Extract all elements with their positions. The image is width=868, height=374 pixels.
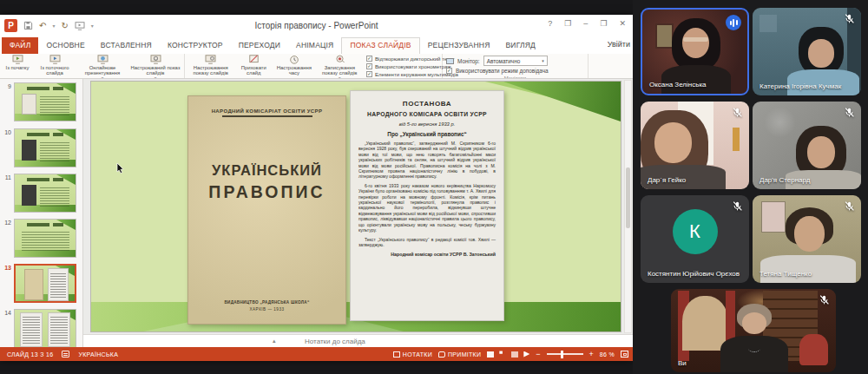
thumbnail-slide-10[interactable]: 10 <box>3 128 76 167</box>
decree-date: від 5-го вересня 1933 р. <box>358 121 496 127</box>
tab-view[interactable]: ВИГЛЯД <box>497 37 543 54</box>
save-icon[interactable] <box>23 21 33 30</box>
notes-toggle-button[interactable]: НОТАТКИ <box>393 351 432 358</box>
editor-scrollbar[interactable] <box>624 80 632 333</box>
zoom-slider-thumb[interactable] <box>561 351 563 358</box>
checkbox-use-timings[interactable]: ✓ Використовувати хронометраж <box>366 63 437 69</box>
redo-icon[interactable]: ↻ <box>61 22 68 30</box>
participant-tile-kostiantyn[interactable]: К Костянтин Юрійович Орєхов <box>641 195 749 283</box>
fit-slide-to-window-icon[interactable] <box>621 351 628 358</box>
monitor-dropdown-icon: ▾ <box>542 59 544 63</box>
notes-placeholder[interactable]: Нотатки до слайда <box>305 338 365 345</box>
participant-tile-darya-heiko[interactable]: Дар`я Гейко <box>641 102 749 189</box>
checkbox-checked-icon: ✓ <box>366 56 372 62</box>
participant-tile-self[interactable]: Ви <box>671 289 836 372</box>
setup-slideshow-button[interactable]: Настроювання показу слайдів <box>187 55 234 76</box>
zoom-percentage[interactable]: 86 % <box>600 351 615 358</box>
slide-editor-area[interactable]: НАРОДНИЙ КОМІСАРІАТ ОСВІТИ УСРР УКРАЇНСЬ… <box>83 79 633 334</box>
participant-tile-tetiana[interactable]: Тетяна Тищенко <box>753 195 861 283</box>
proofing-icon[interactable] <box>62 351 69 358</box>
close-icon[interactable]: ✕ <box>619 19 626 28</box>
custom-slideshow-button[interactable]: Настроюваний показ слайдів ▾ <box>128 55 182 79</box>
participant-name: Оксана Зелінська <box>649 81 707 89</box>
tab-slideshow[interactable]: ПОКАЗ СЛАЙДІВ <box>341 37 419 54</box>
from-beginning-button[interactable]: Із початку <box>2 55 33 70</box>
undo-icon[interactable]: ↶ <box>39 22 46 30</box>
comments-toggle-button[interactable]: ПРИМІТКИ <box>438 351 481 358</box>
checkbox-media-controls[interactable]: ✓ Елементи керування мультимедіа <box>366 71 437 77</box>
setup-checkboxes: ✓ Відтворювати дикторський текст ✓ Викор… <box>364 55 440 77</box>
tab-transitions[interactable]: ПЕРЕХОДИ <box>231 37 288 54</box>
from-current-slide-button[interactable]: Із поточного слайда <box>33 55 76 76</box>
thumbnail-slide-12[interactable]: 12 <box>3 219 76 258</box>
start-slideshow-icon[interactable] <box>75 22 85 30</box>
rehearse-timings-button[interactable]: Настроювання часу <box>273 55 316 76</box>
reading-view-icon[interactable] <box>511 351 518 358</box>
tab-home[interactable]: ОСНОВНЕ <box>38 37 92 54</box>
tab-design[interactable]: КОНСТРУКТОР <box>160 37 231 54</box>
scrollbar-thumb[interactable] <box>626 167 630 228</box>
thumbnail-slide-9[interactable]: 9 <box>3 82 76 121</box>
notes-collapse-icon[interactable]: ▴ <box>273 338 276 344</box>
tab-file[interactable]: ФАЙЛ <box>2 37 38 54</box>
restore-icon[interactable]: ❐ <box>600 19 607 28</box>
decree-document-image[interactable]: ПОСТАНОВА НАРОДНОГО КОМІСАРА ОСВІТИ УСРР… <box>350 90 504 321</box>
monitor-select[interactable]: Автоматично ▾ <box>483 56 548 66</box>
zoom-in-button[interactable]: + <box>589 351 594 358</box>
muted-mic-icon <box>844 107 855 118</box>
book-publisher: НАРОДНИЙ КОМІСАРІАТ ОСВІТИ УСРР <box>188 108 345 114</box>
decree-signature: Народний комісар освіти УСРР В. Затонськ… <box>358 252 496 257</box>
muted-mic-icon <box>844 200 855 212</box>
participant-name: Дар'я Стернард <box>760 176 810 184</box>
thumbnail-number: 12 <box>3 219 11 258</box>
sign-in-link[interactable]: Увійти <box>608 40 630 49</box>
undo-dropdown-icon[interactable]: ▾ <box>52 23 55 29</box>
decree-subheading: НАРОДНОГО КОМІСАРА ОСВІТИ УСРР <box>358 111 496 117</box>
decree-paragraph: „Український правопис“, затверджений М. … <box>358 141 496 180</box>
record-slideshow-button[interactable]: Записування показу слайдів ▾ <box>316 55 364 79</box>
decree-heading: ПОСТАНОВА <box>358 100 496 108</box>
thumbnail-slide-11[interactable]: 11 <box>3 174 76 213</box>
zoom-slider[interactable] <box>547 353 583 355</box>
avatar: К <box>673 209 718 254</box>
checkbox-play-narrations[interactable]: ✓ Відтворювати дикторський текст <box>366 56 437 62</box>
minimize-icon[interactable]: – <box>583 19 588 28</box>
current-slide[interactable]: НАРОДНИЙ КОМІСАРІАТ ОСВІТИ УСРР УКРАЇНСЬ… <box>90 81 621 332</box>
ribbon-options-icon[interactable]: ❐ <box>564 19 571 28</box>
slide-thumbnail-panel[interactable]: 9 10 11 12 13 <box>0 79 83 347</box>
book-cover-image[interactable]: НАРОДНИЙ КОМІСАРІАТ ОСВІТИ УСРР УКРАЇНСЬ… <box>187 95 346 325</box>
tab-insert[interactable]: ВСТАВЛЕННЯ <box>93 37 160 54</box>
thumbnail-number: 9 <box>3 82 11 121</box>
tab-animations[interactable]: АНІМАЦІЯ <box>288 37 341 54</box>
help-icon[interactable]: ? <box>548 19 552 28</box>
thumbnail-slide-14[interactable]: 14 <box>3 309 76 347</box>
present-online-button[interactable]: Онлайнове презентування ▾ <box>76 55 128 79</box>
language-indicator[interactable]: УКРАЇНСЬКА <box>78 351 118 358</box>
checkbox-checked-icon: ✓ <box>366 63 372 69</box>
window-title: Історія правопису - PowerPoint <box>104 21 529 30</box>
slide-sorter-view-icon[interactable] <box>499 351 506 358</box>
zoom-out-button[interactable]: − <box>536 351 540 358</box>
thumbnail-slide-13-selected[interactable]: 13 <box>3 264 76 303</box>
checkbox-checked-icon: ✓ <box>446 68 452 74</box>
screen: P ↶ ▾ ↻ ▾ Історія правопису - PowerPoint <box>0 0 868 374</box>
hide-slide-button[interactable]: Приховати слайд <box>234 55 273 76</box>
group-start-slideshow: Із початку Із поточного слайда Онлайнове… <box>0 54 185 78</box>
tab-review[interactable]: РЕЦЕНЗУВАННЯ <box>420 37 498 54</box>
decree-paragraph: 6-го квітня 1933 року наказом нового кер… <box>358 183 496 233</box>
normal-view-icon[interactable] <box>487 351 494 358</box>
slideshow-view-icon[interactable] <box>523 351 529 358</box>
checkbox-presenter-view[interactable]: ✓ Використовувати режим доповідача <box>444 67 586 75</box>
muted-mic-icon <box>819 294 830 305</box>
participant-tile-oksana[interactable]: Оксана Зелінська <box>641 8 749 95</box>
qat-customize-icon[interactable]: ▾ <box>91 23 94 29</box>
slide-counter: СЛАЙД 13 З 16 <box>7 351 53 358</box>
video-call-panel: Оксана Зелінська Катерина Ігорівна Кучма… <box>633 0 868 374</box>
participant-tile-darya-sternard[interactable]: Дар'я Стернард <box>753 102 861 189</box>
participant-tile-kateryna[interactable]: Катерина Ігорівна Кучмак <box>753 8 861 95</box>
notes-pane[interactable]: ▴ Нотатки до слайда <box>83 334 633 347</box>
group-monitors: Монітор: Автоматично ▾ ✓ Використовувати… <box>443 54 589 78</box>
muted-mic-icon <box>732 200 743 212</box>
book-footer-line2: ХАРКІВ — 1933 <box>188 307 345 312</box>
book-divider <box>222 115 312 117</box>
